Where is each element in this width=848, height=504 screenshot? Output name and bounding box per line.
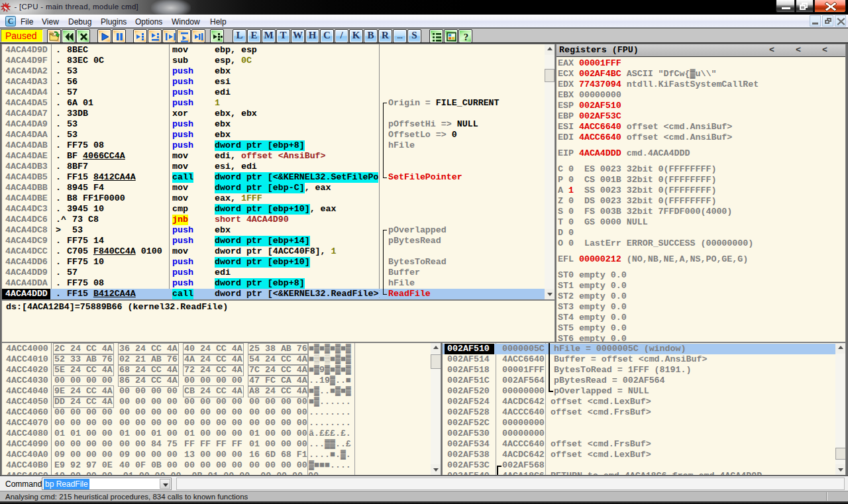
svg-text:?: ? bbox=[464, 32, 469, 42]
svg-text:C: C bbox=[8, 17, 14, 26]
